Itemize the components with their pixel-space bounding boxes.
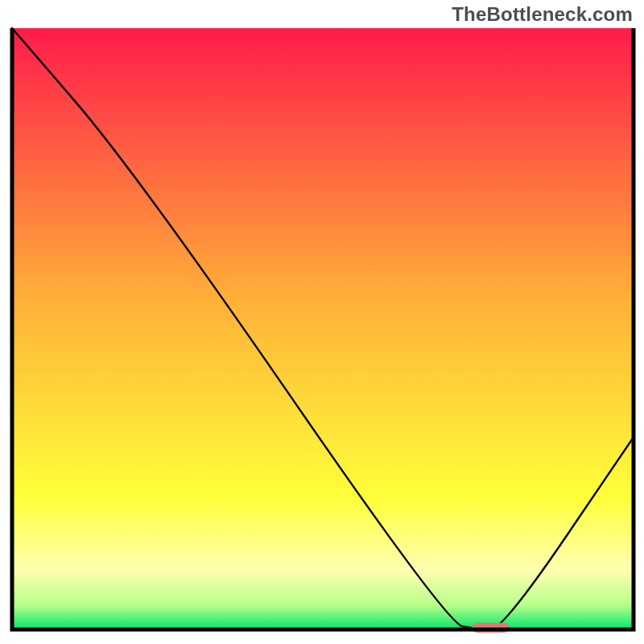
- gradient-background: [12, 28, 634, 630]
- chart-container: TheBottleneck.com: [0, 0, 644, 644]
- bottleneck-chart: [0, 0, 644, 644]
